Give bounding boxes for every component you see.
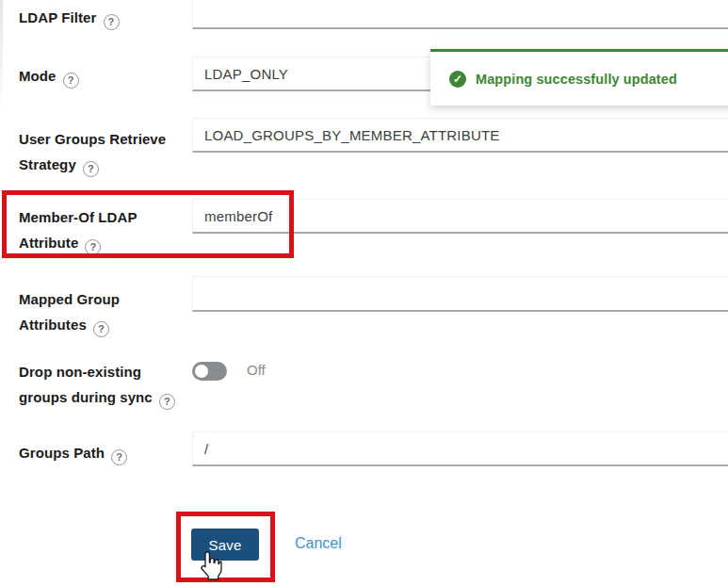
- field-label-user-groups-retrieve-strategy: User Groups Retrieve Strategy?: [19, 126, 190, 177]
- help-icon[interactable]: ?: [85, 239, 101, 255]
- user-groups-retrieve-strategy-input[interactable]: [192, 118, 728, 153]
- drop-groups-toggle[interactable]: [192, 362, 227, 381]
- toggle-knob: [195, 365, 208, 378]
- ldap-filter-input[interactable]: [192, 0, 728, 29]
- field-label-drop-non-existing-groups: Drop non-existing groups during sync?: [19, 359, 190, 410]
- help-icon[interactable]: ?: [159, 394, 175, 410]
- save-button[interactable]: Save: [191, 529, 259, 561]
- field-label-text: Groups Path: [19, 445, 105, 461]
- field-label-member-of-ldap-attribute: Member-Of LDAP Attribute?: [19, 204, 190, 255]
- success-toast: ✓ Mapping successfully updated: [430, 49, 728, 106]
- help-icon[interactable]: ?: [104, 14, 120, 30]
- field-label-text: Member-Of LDAP Attribute: [19, 209, 137, 251]
- panel-edge: [0, 0, 3, 113]
- check-circle-icon: ✓: [449, 71, 466, 88]
- field-label-mapped-group-attributes: Mapped Group Attributes?: [19, 286, 190, 337]
- field-label-ldap-filter: LDAP Filter?: [19, 5, 190, 30]
- mapped-group-attributes-input[interactable]: [192, 276, 728, 312]
- help-icon[interactable]: ?: [111, 449, 127, 465]
- field-label-text: LDAP Filter: [19, 9, 97, 25]
- member-of-ldap-attribute-input[interactable]: [192, 199, 728, 234]
- cancel-button[interactable]: Cancel: [295, 535, 342, 552]
- field-label-text: Drop non-existing groups during sync: [19, 364, 153, 405]
- toast-message: Mapping successfully updated: [476, 72, 677, 87]
- groups-path-input[interactable]: [192, 431, 728, 466]
- ldap-mapper-settings-form: LDAP Filter? Mode? ✓ Mapping successfull…: [0, 0, 728, 586]
- toggle-state-label: Off: [247, 362, 266, 378]
- help-icon[interactable]: ?: [83, 161, 99, 177]
- field-label-text: Mode: [19, 68, 57, 84]
- help-icon[interactable]: ?: [93, 321, 109, 337]
- field-label-mode: Mode?: [19, 63, 190, 89]
- field-label-groups-path: Groups Path?: [19, 440, 190, 465]
- help-icon[interactable]: ?: [63, 73, 79, 89]
